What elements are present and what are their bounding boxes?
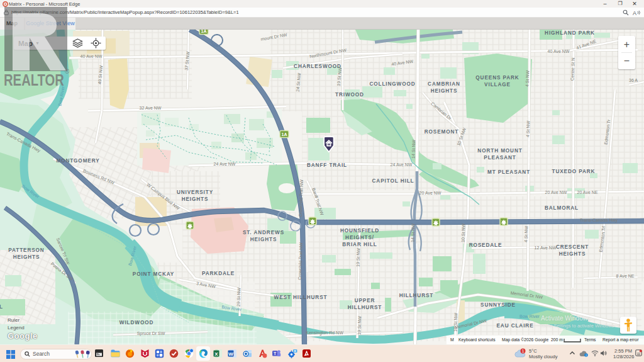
svg-text:A: A — [633, 10, 636, 16]
svg-text:19 St NW: 19 St NW — [357, 315, 362, 335]
svg-text:PARKDALE: PARKDALE — [202, 271, 235, 276]
svg-text:HIGHLAND PARK: HIGHLAND PARK — [545, 30, 595, 36]
svg-text:HILLHURST: HILLHURST — [399, 293, 434, 298]
svg-text:PATTERSON: PATTERSON — [8, 247, 44, 253]
svg-text:14 St NW: 14 St NW — [410, 223, 415, 242]
svg-text:4 St NW: 4 St NW — [524, 225, 529, 242]
svg-text:1A: 1A — [282, 132, 287, 137]
svg-text:24 Ave NW: 24 Ave NW — [214, 162, 236, 166]
svg-text:Trans-Canada Hwy: Trans-Canada Hwy — [580, 218, 618, 223]
svg-text:ST. ANDREWS: ST. ANDREWS — [243, 230, 284, 235]
svg-text:19 St NW: 19 St NW — [355, 247, 360, 267]
svg-text:PLEASANT: PLEASANT — [484, 155, 516, 161]
svg-text:NORTH MOUNT: NORTH MOUNT — [477, 148, 522, 154]
svg-text:24 Ave NW: 24 Ave NW — [391, 162, 413, 167]
svg-text:Kensington Rd NW: Kensington Rd NW — [306, 331, 343, 336]
svg-text:UPPER: UPPER — [355, 298, 375, 303]
svg-text:WILDWOOD: WILDWOOD — [119, 320, 154, 325]
svg-text:VILLAGE: VILLAGE — [484, 82, 511, 88]
svg-text:TUXEDO PARK: TUXEDO PARK — [552, 169, 596, 174]
svg-text:QUEENS PARK: QUEENS PARK — [475, 75, 519, 81]
svg-text:HEIGHTS: HEIGHTS — [559, 251, 586, 257]
svg-text:HEIGHTS/: HEIGHTS/ — [345, 235, 374, 240]
svg-text:40 Ave NW: 40 Ave NW — [80, 54, 103, 59]
svg-text:MONTGOMERY: MONTGOMERY — [56, 158, 99, 164]
svg-text:CHARLESWOOD: CHARLESWOOD — [294, 64, 341, 69]
svg-text:POINT MCKAY: POINT MCKAY — [133, 271, 174, 277]
svg-text:14 St NW: 14 St NW — [411, 139, 416, 159]
svg-text:10 St NW: 10 St NW — [460, 223, 465, 242]
svg-text:36 A: 36 A — [629, 78, 638, 82]
svg-text:HEIGHTS: HEIGHTS — [182, 196, 209, 202]
svg-text:COLLINGWOOD: COLLINGWOOD — [369, 81, 415, 87]
svg-text:i: i — [586, 354, 587, 357]
svg-text:29 St NW: 29 St NW — [236, 287, 241, 307]
svg-text:Spruce Dr SW: Spruce Dr SW — [137, 331, 165, 336]
svg-text:20 Ave NE: 20 Ave NE — [577, 190, 598, 195]
svg-text:ROSEDALE: ROSEDALE — [469, 242, 502, 248]
svg-text:SUNNYSIDE: SUNNYSIDE — [480, 302, 516, 308]
svg-text:1: 1 — [522, 349, 525, 353]
svg-text:BANFF TRAIL: BANFF TRAIL — [307, 162, 347, 168]
svg-text:4 St NW: 4 St NW — [525, 70, 530, 87]
svg-text:T: T — [274, 351, 277, 356]
svg-text:HEIGHTS: HEIGHTS — [250, 237, 277, 242]
svg-text:CAPITOL HILL: CAPITOL HILL — [372, 178, 414, 184]
svg-text:UNIVERSITY: UNIVERSITY — [177, 189, 213, 195]
svg-text:HILLHURST: HILLHURST — [348, 305, 382, 310]
svg-text:CRESCENT: CRESCENT — [556, 244, 589, 250]
svg-text:EAU CLAIRE: EAU CLAIRE — [496, 323, 533, 329]
svg-text:HEIGHTS: HEIGHTS — [431, 88, 458, 94]
svg-text:HEIGHTS: HEIGHTS — [13, 254, 40, 260]
svg-text:4 St NW: 4 St NW — [526, 120, 531, 137]
svg-text:HILL: HILL — [0, 304, 3, 310]
svg-text:1A: 1A — [201, 30, 207, 33]
svg-text:40 Ave NW: 40 Ave NW — [548, 49, 570, 54]
svg-text:ROSEMONT: ROSEMONT — [425, 129, 459, 135]
svg-text:TRIWOOD: TRIWOOD — [335, 92, 364, 98]
svg-text:W: W — [228, 351, 233, 357]
svg-text:20 Ave NW: 20 Ave NW — [419, 191, 441, 195]
svg-text:MT PLEASANT: MT PLEASANT — [487, 169, 530, 175]
svg-text:8 Ave NE: 8 Ave NE — [616, 274, 634, 278]
svg-text:Bow River: Bow River — [519, 314, 540, 319]
svg-text:20 Ave NW: 20 Ave NW — [545, 190, 567, 195]
svg-text:BRIAR HILL: BRIAR HILL — [342, 242, 377, 247]
svg-text:12 Ave NW: 12 Ave NW — [535, 246, 557, 250]
svg-text:X: X — [214, 351, 218, 357]
svg-text:Centre St N: Centre St N — [570, 58, 575, 81]
svg-text:WEST HILLHURST: WEST HILLHURST — [274, 295, 328, 300]
svg-text:CAMBRIAN: CAMBRIAN — [428, 81, 460, 87]
svg-text:HOUNSFIELD: HOUNSFIELD — [340, 228, 379, 234]
svg-text:32 Ave NW: 32 Ave NW — [140, 106, 162, 110]
svg-text:BALMORAL: BALMORAL — [545, 205, 579, 211]
